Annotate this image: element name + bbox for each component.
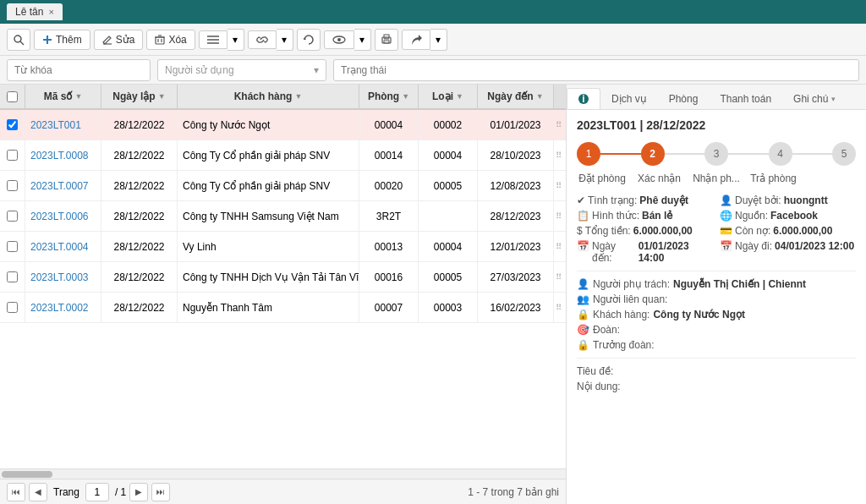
delete-button[interactable]: Xóa [146, 30, 195, 50]
tinh-trang-value: Phê duyệt [639, 194, 688, 206]
table-row[interactable]: 2023LT001 28/12/2022 Công ty Nước Ngọt 0… [0, 110, 566, 140]
share-button-group: ▾ [402, 29, 447, 51]
step-line-4-5 [792, 153, 833, 155]
share-button[interactable] [402, 30, 430, 50]
first-page-button[interactable]: ⏮ [7, 483, 25, 501]
refresh-button[interactable] [297, 29, 321, 51]
main-content: Mã số ▼ Ngày lập ▼ Khách hàng ▼ Phòng ▼ … [0, 85, 866, 504]
row-checkbox-4[interactable] [0, 232, 25, 261]
step-3: 3 [704, 142, 728, 166]
user-check-icon: 👤 [720, 194, 732, 206]
row-ma-so-3: 2023LT.0006 [25, 201, 101, 231]
row-checkbox-6[interactable] [0, 293, 25, 322]
step-line-2-3 [665, 153, 705, 155]
table-row[interactable]: 2023LT.0007 28/12/2022 Công Ty Cổ phần g… [0, 171, 566, 201]
khach-hang-value: Công ty Nước Ngọt [653, 309, 745, 320]
row-check-6[interactable] [7, 302, 18, 313]
close-tab-button[interactable]: × [48, 7, 53, 17]
print-button[interactable] [375, 29, 398, 51]
share-dropdown-button[interactable]: ▾ [430, 29, 447, 51]
next-page-button[interactable]: ▶ [129, 483, 148, 501]
header-ngay-den: Ngày đến ▼ [478, 85, 554, 108]
loai-filter-icon[interactable]: ▼ [456, 92, 463, 101]
status-input[interactable] [333, 59, 859, 81]
row-phong-5: 00016 [359, 262, 419, 292]
table-row[interactable]: 2023LT.0002 28/12/2022 Nguyễn Thanh Tâm … [0, 293, 566, 323]
search-icon [13, 34, 25, 46]
prev-page-button[interactable]: ◀ [29, 483, 47, 501]
row-ma-so-5: 2023LT.0003 [25, 262, 101, 292]
row-check-3[interactable] [7, 211, 18, 222]
row-check-5[interactable] [7, 271, 18, 282]
row-checkbox-3[interactable] [0, 201, 25, 231]
row-ngay-lap-5: 28/12/2022 [101, 262, 178, 292]
group-icon: 🎯 [577, 324, 589, 336]
row-phong-0: 00004 [359, 110, 419, 140]
nguoi-phu-trach-value: Nguyễn Thị Chiến | Chiennt [673, 278, 806, 290]
leader-icon: 🔒 [577, 339, 589, 351]
row-drag-4: ⠿ [554, 232, 566, 261]
row-drag-0: ⠿ [554, 110, 566, 140]
tab-room[interactable]: Phòng [658, 88, 710, 109]
table-row[interactable]: 2023LT.0004 28/12/2022 Vy Linh 00013 000… [0, 232, 566, 262]
ngay-den-filter-icon[interactable]: ▼ [536, 92, 544, 101]
eye-button[interactable] [324, 30, 354, 49]
row-check-4[interactable] [7, 241, 18, 252]
calendar-in-icon: 📅 [577, 240, 589, 252]
row-checkbox-0[interactable] [0, 110, 25, 140]
tab-service[interactable]: Dịch vụ [600, 88, 658, 109]
keyword-input[interactable] [7, 59, 151, 81]
user-select[interactable]: Người sử dụng ▾ [157, 59, 326, 81]
con-no-row: 💳 Còn nợ: 6.000.000,00 [720, 225, 856, 237]
link-dropdown-button[interactable]: ▾ [277, 29, 293, 51]
svg-point-0 [14, 36, 21, 42]
step-label-4: Trả phòng [748, 173, 799, 184]
row-khach-hang-2: Công Ty Cổ phần giải pháp SNV [178, 171, 359, 200]
edit-button[interactable]: Sửa [94, 30, 144, 50]
row-phong-2: 00020 [359, 171, 419, 200]
table-row[interactable]: 2023LT.0006 28/12/2022 Công ty TNHH Sams… [0, 201, 566, 232]
header-drag [554, 85, 566, 108]
row-loai-3 [419, 201, 478, 231]
svg-rect-5 [156, 37, 164, 44]
last-page-button[interactable]: ⏭ [151, 483, 170, 501]
tab-info[interactable]: i [567, 88, 600, 109]
row-ngay-den-5: 27/03/2023 [478, 262, 554, 292]
tab-note-dropdown[interactable]: ▾ [831, 95, 836, 103]
add-button[interactable]: Thêm [34, 30, 90, 50]
edit-icon [102, 35, 112, 45]
money-icon: $ [577, 225, 583, 237]
row-check-2[interactable] [7, 180, 18, 191]
row-check-0[interactable] [7, 119, 18, 130]
row-khach-hang-5: Công ty TNHH Dịch Vụ Vận Tải Tân Vĩnh Th… [178, 262, 359, 292]
tab-payment[interactable]: Thanh toán [709, 88, 782, 109]
scroll-thumb-h[interactable] [2, 471, 52, 478]
eye-dropdown-button[interactable]: ▾ [354, 29, 371, 51]
menu-dropdown-button[interactable]: ▾ [227, 29, 244, 51]
menu-button[interactable] [199, 30, 227, 49]
tab-note[interactable]: Ghi chú ▾ [782, 88, 847, 109]
select-all-checkbox[interactable] [7, 91, 18, 102]
header-checkbox[interactable] [0, 85, 25, 108]
tieu-de-row: Tiêu đề: [577, 365, 856, 377]
user-select-label: Người sử dụng [165, 64, 234, 76]
link-button[interactable] [248, 30, 277, 49]
pagination-controls: ⏮ ◀ Trang / 1 ▶ ⏭ [7, 483, 170, 501]
noi-dung-row: Nội dung: [577, 381, 856, 392]
row-checkbox-1[interactable] [0, 140, 25, 170]
step-label-1: Đặt phòng [577, 173, 628, 184]
page-input[interactable] [85, 483, 109, 501]
main-tab[interactable]: Lê tân × [7, 3, 63, 20]
phong-filter-icon[interactable]: ▼ [402, 92, 409, 101]
table-row[interactable]: 2023LT.0003 28/12/2022 Công ty TNHH Dịch… [0, 262, 566, 293]
search-button[interactable] [7, 29, 30, 51]
row-checkbox-2[interactable] [0, 171, 25, 200]
row-check-1[interactable] [7, 150, 18, 161]
ma-so-filter-icon[interactable]: ▼ [74, 92, 82, 101]
horizontal-scrollbar[interactable] [0, 468, 566, 479]
ngay-lap-filter-icon[interactable]: ▼ [158, 92, 166, 101]
khach-hang-filter-icon[interactable]: ▼ [294, 92, 302, 101]
row-checkbox-5[interactable] [0, 262, 25, 292]
table-row[interactable]: 2023LT.0008 28/12/2022 Công Ty Cổ phần g… [0, 140, 566, 171]
step-label-5 [805, 173, 856, 184]
